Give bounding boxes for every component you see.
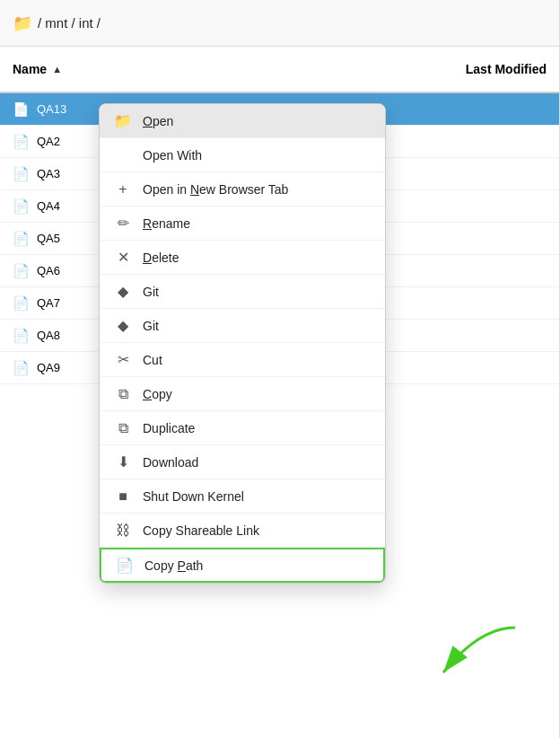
file-name: QA4: [37, 199, 60, 213]
x-icon: ✕: [114, 249, 132, 266]
menu-item-copy-shareable-link[interactable]: ⛓ Copy Shareable Link: [100, 514, 385, 548]
file-icon: 📄: [13, 231, 30, 247]
menu-item-copy-path[interactable]: 📄 Copy Path: [100, 548, 385, 583]
git-icon: ◆: [114, 283, 132, 300]
menu-label-download: Download: [143, 455, 198, 470]
folder-icon: 📁: [13, 13, 32, 33]
file-icon: 📄: [13, 263, 30, 279]
plus-icon: +: [114, 181, 132, 198]
copy-icon: ⧉: [114, 420, 132, 436]
col-name-header[interactable]: Name ▲: [0, 62, 287, 76]
menu-item-duplicate[interactable]: ⧉ Duplicate: [100, 411, 385, 445]
pencil-icon: ✏: [114, 215, 132, 232]
breadcrumb-path: / mnt / int /: [38, 15, 101, 31]
sort-arrow-icon: ▲: [52, 64, 62, 75]
breadcrumb: 📁 / mnt / int /: [0, 0, 559, 47]
file-icon: 📄: [13, 134, 30, 150]
file-icon: 📄: [13, 166, 30, 182]
copy-icon: ⧉: [114, 386, 132, 402]
download-icon: ⬇: [114, 453, 132, 470]
menu-item-rename[interactable]: ✏ Rename: [100, 206, 385, 241]
menu-label-rename: Rename: [143, 216, 190, 231]
file-name: QA7: [37, 296, 60, 310]
file-icon: 📄: [13, 360, 30, 376]
menu-label-duplicate: Duplicate: [143, 421, 195, 435]
menu-label-copy-shareable-link: Copy Shareable Link: [143, 523, 259, 538]
menu-label-git1: Git: [143, 285, 159, 299]
menu-item-download[interactable]: ⬇ Download: [100, 445, 385, 479]
square-icon: ■: [114, 488, 132, 505]
menu-item-shutdown[interactable]: ■ Shut Down Kernel: [100, 479, 385, 514]
col-modified-header[interactable]: Last Modified: [287, 62, 559, 76]
file-icon: 📄: [13, 328, 30, 344]
arrow-annotation: [389, 619, 533, 693]
menu-label-open-with: Open With: [143, 148, 202, 163]
git-icon: ◆: [114, 317, 132, 334]
menu-item-delete[interactable]: ✕ Delete: [100, 241, 385, 275]
menu-item-copy[interactable]: ⧉ Copy: [100, 377, 385, 411]
file-name: QA13: [37, 102, 66, 116]
menu-item-open-with[interactable]: Open With: [100, 138, 385, 172]
menu-label-copy-path: Copy Path: [144, 558, 203, 573]
column-headers: Name ▲ Last Modified: [0, 47, 559, 93]
file-name: QA3: [37, 167, 60, 180]
menu-label-copy: Copy: [143, 387, 172, 401]
file-name: QA8: [37, 329, 60, 342]
file-icon: 📄: [13, 198, 30, 215]
menu-label-open: Open: [143, 114, 173, 128]
menu-item-open-new-tab[interactable]: + Open in New Browser Tab: [100, 172, 385, 206]
menu-label-git2: Git: [143, 319, 159, 333]
menu-label-shutdown: Shut Down Kernel: [143, 489, 244, 504]
context-menu: 📁 Open Open With + Open in New Browser T…: [99, 103, 386, 584]
file-icon: 📄: [116, 557, 134, 574]
file-name: QA6: [37, 264, 60, 277]
file-icon: 📄: [13, 101, 30, 118]
folder-icon: 📁: [114, 112, 132, 129]
menu-item-cut[interactable]: ✂ Cut: [100, 343, 385, 377]
menu-item-open[interactable]: 📁 Open: [100, 104, 385, 138]
file-name: QA9: [37, 361, 60, 374]
file-icon: 📄: [13, 295, 30, 312]
menu-label-delete: Delete: [143, 250, 179, 265]
file-name: QA2: [37, 135, 60, 148]
menu-label-open-new-tab: Open in New Browser Tab: [143, 182, 288, 197]
menu-label-cut: Cut: [143, 353, 162, 367]
link-icon: ⛓: [114, 523, 132, 539]
menu-item-git2[interactable]: ◆ Git: [100, 309, 385, 343]
scissors-icon: ✂: [114, 351, 132, 368]
file-name: QA5: [37, 232, 60, 245]
menu-item-git1[interactable]: ◆ Git: [100, 275, 385, 309]
